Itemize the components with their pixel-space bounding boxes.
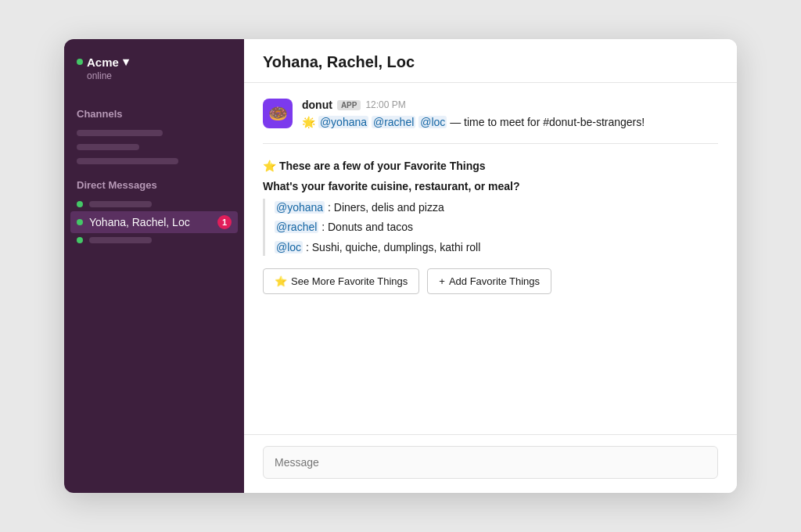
online-dot	[77, 59, 83, 65]
chat-title: Yohana, Rachel, Loc	[263, 53, 718, 71]
see-more-button[interactable]: ⭐ See More Favorite Things	[263, 268, 419, 294]
dm-presence-dot	[77, 219, 83, 225]
action-buttons: ⭐ See More Favorite Things + Add Favorit…	[263, 268, 718, 294]
see-more-label: See More Favorite Things	[291, 275, 408, 287]
answer-item-loc: @loc : Sushi, quiche, dumplings, kathi r…	[275, 239, 718, 256]
message-divider	[263, 143, 718, 144]
message-input-area	[244, 434, 737, 493]
greeting-emoji: 🌟	[302, 116, 315, 128]
bot-avatar: 🍩	[263, 99, 293, 128]
add-favorite-button[interactable]: + Add Favorite Things	[427, 268, 551, 294]
answer-list: @yohana : Diners, delis and pizza @rache…	[263, 199, 718, 256]
workspace-section: Acme ▾ online	[64, 55, 244, 97]
add-symbol: +	[439, 275, 445, 287]
answer-item-yohana: @yohana : Diners, delis and pizza	[275, 199, 718, 216]
dm-presence-dot	[77, 201, 83, 207]
dm-name-placeholder	[89, 201, 152, 207]
answer-mention-rachel: @rachel	[275, 221, 318, 233]
answer-mention-loc: @loc	[275, 241, 303, 253]
message-row: 🍩 donut APP 12:00 PM 🌟 @yohana @rachel	[263, 99, 718, 131]
answer-mention-yohana: @yohana	[275, 201, 325, 214]
app-window: Acme ▾ online Channels Direct Messages Y…	[64, 39, 737, 493]
workspace-status: online	[77, 70, 232, 81]
add-label: Add Favorite Things	[449, 275, 540, 287]
chat-header: Yohana, Rachel, Loc	[244, 39, 737, 83]
message-input[interactable]	[263, 446, 718, 479]
dm-active-name: Yohana, Rachel, Loc	[89, 216, 190, 228]
message-body: donut APP 12:00 PM 🌟 @yohana @rachel @lo…	[302, 99, 718, 131]
star-emoji: ⭐	[263, 160, 279, 172]
dm-unread-badge: 1	[217, 215, 232, 229]
channels-label: Channels	[64, 97, 244, 126]
sender-name: donut	[302, 99, 332, 111]
mention-yohana: @yohana	[318, 116, 368, 128]
channel-item	[77, 130, 163, 136]
workspace-name[interactable]: Acme ▾	[77, 55, 232, 69]
sidebar: Acme ▾ online Channels Direct Messages Y…	[64, 39, 244, 493]
dm-presence-dot	[77, 237, 83, 243]
favorite-header: ⭐ These are a few of your Favorite Thing…	[263, 160, 718, 172]
mention-rachel: @rachel	[372, 116, 415, 128]
channel-item	[77, 158, 178, 164]
message-meta: donut APP 12:00 PM	[302, 99, 718, 111]
dm-name-placeholder	[89, 237, 152, 243]
answer-item-rachel: @rachel : Donuts and tacos	[275, 218, 718, 235]
message-text: 🌟 @yohana @rachel @loc — time to meet fo…	[302, 114, 718, 131]
favorite-question: What's your favorite cuisine, restaurant…	[263, 180, 718, 192]
mention-loc: @loc	[418, 116, 447, 128]
favorite-block: ⭐ These are a few of your Favorite Thing…	[263, 160, 718, 294]
dm-item-1[interactable]	[64, 197, 244, 211]
app-badge: APP	[337, 100, 361, 110]
see-more-emoji: ⭐	[275, 275, 287, 287]
channel-item	[77, 144, 139, 150]
message-time: 12:00 PM	[365, 99, 405, 110]
dm-label: Direct Messages	[64, 168, 244, 197]
dm-item-active[interactable]: Yohana, Rachel, Loc 1	[70, 211, 238, 233]
main-content: Yohana, Rachel, Loc 🍩 donut APP 12:00 PM…	[244, 39, 737, 493]
chat-messages: 🍩 donut APP 12:00 PM 🌟 @yohana @rachel	[244, 83, 737, 434]
dm-item-3[interactable]	[64, 233, 244, 247]
